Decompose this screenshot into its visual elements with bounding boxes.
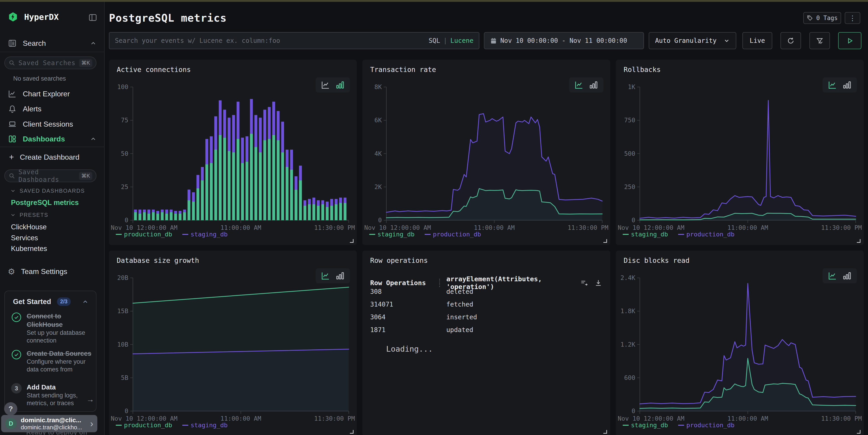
- step-number: 3: [11, 383, 22, 394]
- svg-text:production_db: production_db: [124, 231, 172, 238]
- chevron-up-icon[interactable]: [82, 298, 89, 305]
- sidebar-item-clickhouse[interactable]: ClickHouse: [11, 223, 47, 231]
- calendar-icon: [490, 37, 497, 44]
- get-started-header[interactable]: Get Started 2/3: [13, 297, 89, 306]
- brand[interactable]: HyperDX: [8, 11, 59, 22]
- tags-button[interactable]: 0 Tags: [803, 12, 841, 24]
- column-header-value[interactable]: Row Operations: [370, 279, 439, 287]
- event-search-input[interactable]: Search your events w/ Lucene ex. column:…: [109, 32, 479, 49]
- panel-active-connections: Active connections 1007550250Nov 10 12:0…: [109, 60, 357, 245]
- chart-type-toggle[interactable]: [316, 77, 350, 93]
- bar-chart-icon[interactable]: [589, 80, 598, 90]
- chart-type-toggle[interactable]: [823, 77, 857, 93]
- step-title: Add Data: [27, 383, 82, 392]
- search-icon: [8, 60, 15, 66]
- live-button[interactable]: Live: [742, 32, 772, 49]
- svg-text:11:00:00 AM: 11:00:00 AM: [220, 415, 261, 422]
- resize-handle[interactable]: [603, 430, 607, 434]
- chevron-up-icon[interactable]: [90, 40, 97, 47]
- svg-text:11:00:00 AM: 11:00:00 AM: [474, 224, 515, 231]
- granularity-select[interactable]: Auto Granularity: [649, 32, 736, 49]
- laptop-icon: [8, 120, 17, 129]
- line-chart-icon[interactable]: [828, 271, 837, 280]
- sidebar-item-dashboards[interactable]: Dashboards: [8, 133, 97, 144]
- search-placeholder: Search your events w/ Lucene ex. column:…: [115, 37, 280, 44]
- svg-text:staging_db: staging_db: [191, 422, 228, 429]
- collapse-sidebar-icon[interactable]: [88, 13, 98, 22]
- step-desc: Set up your database connection: [27, 329, 89, 344]
- sidebar-item-search[interactable]: Search: [8, 38, 97, 49]
- chevron-down-icon: [10, 188, 16, 194]
- table-row[interactable]: 314071 fetched: [370, 301, 594, 308]
- sidebar-item-postgresql-metrics[interactable]: PostgreSQL metrics: [11, 199, 79, 207]
- resize-handle[interactable]: [603, 239, 607, 243]
- panel-database-size-growth: Database size growth 20B15B10B5B0Nov 10 …: [109, 250, 357, 435]
- saved-dashboards-section[interactable]: SAVED DASHBOARDS: [10, 188, 85, 194]
- resize-handle[interactable]: [857, 239, 861, 243]
- svg-text:75: 75: [121, 116, 128, 124]
- resize-handle[interactable]: [350, 430, 353, 434]
- create-dashboard-label: Create Dashboard: [20, 153, 79, 162]
- create-dashboard-button[interactable]: + Create Dashboard: [9, 152, 80, 163]
- sidebar-item-team-settings[interactable]: ⚙ Team Settings: [8, 266, 97, 277]
- date-range-picker[interactable]: Nov 10 00:00:00 - Nov 11 00:00:00: [484, 32, 644, 49]
- bar-chart-icon[interactable]: [842, 80, 852, 90]
- bar-chart-icon[interactable]: [842, 271, 852, 280]
- bar-chart-icon[interactable]: [335, 80, 345, 90]
- arrow-right-icon: →: [86, 395, 94, 407]
- resize-handle[interactable]: [350, 239, 353, 243]
- download-icon[interactable]: [594, 279, 602, 287]
- tags-label: 0 Tags: [816, 14, 838, 22]
- svg-text:staging_db: staging_db: [631, 422, 668, 429]
- svg-text:0: 0: [631, 216, 635, 224]
- cell-operation: inserted: [446, 313, 477, 321]
- play-icon: [846, 37, 854, 45]
- expand-rows-icon[interactable]: [580, 279, 588, 287]
- filter-button[interactable]: [809, 32, 830, 49]
- sidebar-item-kubernetes[interactable]: Kubernetes: [11, 244, 47, 253]
- sql-toggle[interactable]: SQL: [429, 37, 440, 44]
- table-row[interactable]: 3064 inserted: [370, 313, 594, 321]
- saved-dashboards-input[interactable]: Saved Dashboards ⌘K: [4, 169, 96, 182]
- line-chart-icon[interactable]: [321, 271, 330, 280]
- cell-value: 314071: [370, 301, 446, 308]
- refresh-button[interactable]: [780, 32, 801, 49]
- table-row[interactable]: 1871 updated: [370, 326, 594, 334]
- line-chart-icon[interactable]: [574, 80, 584, 90]
- bar-chart-icon[interactable]: [335, 271, 345, 280]
- sidebar-item-services[interactable]: Services: [11, 234, 38, 242]
- step-title: Connect to ClickHouse: [27, 312, 86, 329]
- step-add-data[interactable]: 3 Add Data Start sending logs, metrics, …: [11, 383, 91, 407]
- step-connect-clickhouse[interactable]: Connect to ClickHouse Set up your databa…: [11, 312, 91, 344]
- line-chart-icon[interactable]: [321, 80, 330, 90]
- sidebar-item-alerts[interactable]: Alerts: [8, 103, 97, 114]
- chevron-up-icon[interactable]: [90, 135, 97, 142]
- svg-text:staging_db: staging_db: [631, 231, 668, 238]
- sidebar-item-chart-explorer[interactable]: Chart Explorer: [8, 88, 97, 99]
- panel-rollbacks: Rollbacks 1K7505002500Nov 10 12:00:00 AM…: [616, 60, 864, 245]
- lucene-toggle[interactable]: Lucene: [451, 37, 473, 44]
- svg-text:staging_db: staging_db: [191, 231, 228, 238]
- divider: [0, 147, 104, 147]
- step-create-data-sources[interactable]: Create Data Sources Configure where your…: [11, 349, 91, 373]
- table-row[interactable]: 308 deleted: [370, 288, 594, 295]
- filter-icon: [816, 37, 824, 45]
- user-menu[interactable]: D dominic.tran@clic... dominic.tran@clic…: [1, 415, 97, 432]
- svg-text:11:00:00 AM: 11:00:00 AM: [220, 224, 261, 231]
- resize-handle[interactable]: [857, 430, 861, 434]
- chart-type-toggle[interactable]: [823, 268, 857, 283]
- saved-searches-input[interactable]: Saved Searches ⌘K: [4, 57, 96, 69]
- run-query-button[interactable]: [838, 32, 861, 49]
- line-chart-icon[interactable]: [828, 80, 837, 90]
- sidebar-item-client-sessions[interactable]: Client Sessions: [8, 119, 97, 130]
- svg-text:8K: 8K: [374, 83, 382, 91]
- column-drag-handle[interactable]: [439, 279, 440, 287]
- help-button[interactable]: ?: [4, 402, 17, 415]
- kebab-menu-button[interactable]: ⋮: [845, 12, 860, 24]
- cell-value: 3064: [370, 313, 446, 321]
- sidebar: HyperDX Search Saved Searches ⌘K No save…: [0, 2, 104, 435]
- chart-type-toggle[interactable]: [569, 77, 603, 93]
- presets-section[interactable]: PRESETS: [10, 212, 48, 218]
- svg-text:4K: 4K: [374, 150, 382, 157]
- chart-type-toggle[interactable]: [316, 268, 350, 283]
